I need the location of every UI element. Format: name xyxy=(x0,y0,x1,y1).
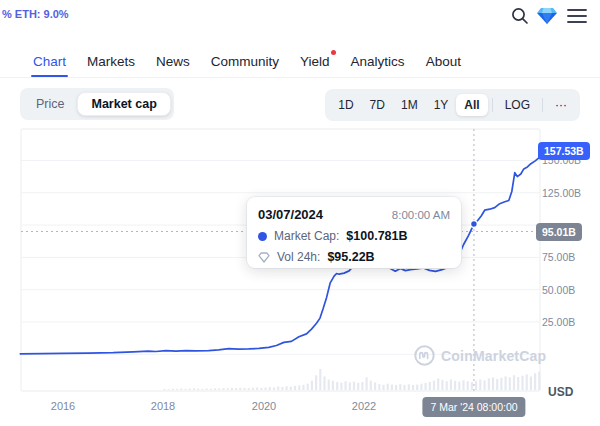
crosshair-value-badge: 95.01B xyxy=(536,223,582,241)
tooltip-date: 03/07/2024 xyxy=(258,207,323,222)
x-tick-2022: 2022 xyxy=(352,400,376,412)
y-tick-125.00B: 125.00B xyxy=(542,187,581,199)
crosshair-date-badge: 7 Mar '24 08:00:00 xyxy=(422,397,525,417)
menu-icon[interactable] xyxy=(566,5,588,27)
toggle-market-cap[interactable]: Market cap xyxy=(77,92,170,116)
search-icon[interactable] xyxy=(509,5,531,27)
x-tick-2018: 2018 xyxy=(151,400,175,412)
volume-gem-icon xyxy=(258,252,270,263)
y-tick-75.00B: 75.00B xyxy=(542,251,575,263)
tab-community[interactable]: Community xyxy=(211,46,279,77)
divider xyxy=(542,98,543,112)
tooltip-marketcap-label: Market Cap: xyxy=(274,229,339,243)
eth-dominance-stat[interactable]: % ETH: 9.0% xyxy=(2,8,69,20)
tab-yield[interactable]: Yield xyxy=(300,46,330,77)
tooltip-marketcap-value: $100.781B xyxy=(346,229,407,243)
toggle-price[interactable]: Price xyxy=(23,93,77,115)
notification-dot xyxy=(331,50,336,55)
tooltip-vol-value: $95.22B xyxy=(327,250,374,264)
coinmarketcap-logo-icon xyxy=(414,345,435,366)
chart-tooltip: 03/07/2024 8:00:00 AM Market Cap: $100.7… xyxy=(247,197,461,268)
range-log[interactable]: LOG xyxy=(497,94,538,116)
divider xyxy=(492,98,493,112)
tab-markets[interactable]: Markets xyxy=(87,46,135,77)
range-all[interactable]: All xyxy=(456,94,487,116)
diamond-icon[interactable] xyxy=(536,5,558,27)
tab-about[interactable]: About xyxy=(426,46,461,77)
range-1m[interactable]: 1M xyxy=(393,94,426,116)
range-1y[interactable]: 1Y xyxy=(426,94,457,116)
currency-label: USD xyxy=(548,385,573,399)
range-···[interactable]: ··· xyxy=(547,94,575,116)
y-tick-50.00B: 50.00B xyxy=(542,284,575,296)
watermark-text: CoinMarketCap xyxy=(441,348,546,364)
tooltip-time: 8:00:00 AM xyxy=(392,209,450,221)
range-selector: 1D7D1M1YAllLOG··· xyxy=(325,89,580,121)
top-bar: % ETH: 9.0% xyxy=(0,0,600,47)
marketcap-series-dot-icon xyxy=(258,232,267,241)
last-value-badge: 157.53B xyxy=(538,142,590,160)
tab-chart[interactable]: Chart xyxy=(33,46,66,77)
y-tick-25.00B: 25.00B xyxy=(542,316,575,328)
metric-toggle: PriceMarket cap xyxy=(20,88,174,120)
range-7d[interactable]: 7D xyxy=(362,94,393,116)
range-1d[interactable]: 1D xyxy=(330,94,361,116)
tooltip-vol-label: Vol 24h: xyxy=(277,250,320,264)
x-tick-2020: 2020 xyxy=(252,400,276,412)
tab-news[interactable]: News xyxy=(156,46,190,77)
coinmarketcap-watermark: CoinMarketCap xyxy=(414,345,546,366)
tab-bar: ChartMarketsNewsCommunityYieldAnalyticsA… xyxy=(0,46,600,78)
tab-analytics[interactable]: Analytics xyxy=(351,46,405,77)
x-tick-2016: 2016 xyxy=(51,400,75,412)
